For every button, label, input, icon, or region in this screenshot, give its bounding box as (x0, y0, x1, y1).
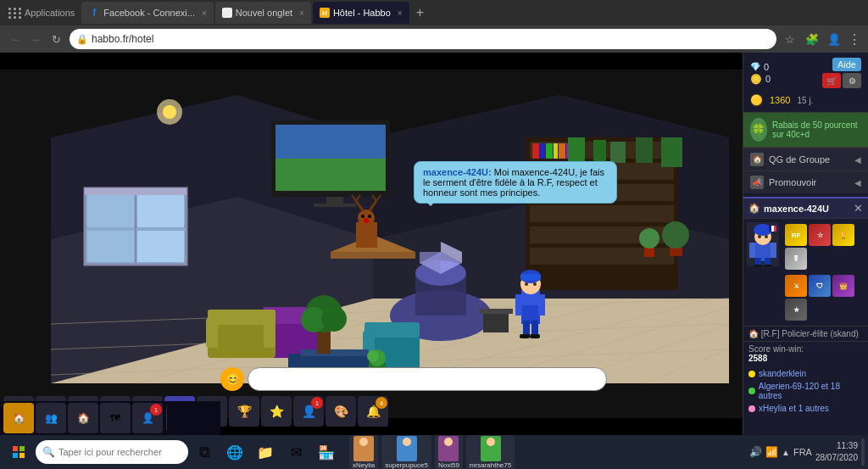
battery-icon: ▲ (782, 448, 790, 457)
tab-new[interactable]: Nouvel onglet × (215, 2, 311, 24)
emoji-button[interactable]: 😊 (220, 367, 244, 391)
tb-room1[interactable]: 🏠 (3, 403, 34, 433)
windows-search[interactable]: 🔍 (36, 440, 188, 464)
taskbar-bell[interactable]: 🔔 4 (358, 396, 388, 427)
svg-rect-49 (593, 140, 606, 164)
show-desktop[interactable] (861, 438, 865, 466)
svg-rect-122 (771, 226, 774, 232)
win-store[interactable]: 🏪 (312, 438, 341, 466)
char-btn-3[interactable]: Noxi59 (435, 435, 463, 470)
svg-rect-105 (530, 334, 540, 338)
taskbar-separator (166, 406, 167, 430)
badge-row-2: ⚔ 🛡 👑 ★ (782, 273, 865, 322)
habbo-favicon: H (320, 8, 330, 18)
score-value: 2588 (748, 354, 767, 363)
svg-rect-123 (774, 226, 776, 232)
search-icon: 🔍 (42, 446, 55, 458)
svg-rect-40 (546, 143, 553, 159)
tb-room3[interactable]: 🏠 (68, 403, 98, 433)
taskbar-palette[interactable]: 🎨 (326, 396, 356, 427)
bookmark-icon[interactable]: ☆ (782, 33, 798, 46)
tab-new-close[interactable]: × (299, 8, 304, 18)
taskbar-user[interactable]: 👤 1 (293, 396, 324, 427)
tab-habbo-close[interactable]: × (398, 8, 403, 18)
network-icon[interactable]: 📶 (765, 446, 778, 458)
coins-row: 🪙 0 (750, 74, 771, 85)
nav-hq-arrow: ◀ (854, 155, 861, 165)
char-btn-1[interactable]: xNeylia (349, 435, 378, 470)
friend-dot-2 (748, 388, 755, 394)
sys-icons: 🔊 📶 ▲ (749, 446, 790, 458)
char-name-2: superpupuce5 (385, 461, 428, 469)
tab-facebook[interactable]: f Facebook - Connexi... × (81, 2, 213, 24)
tab-habbo-label: Hôtel - Habbo (333, 8, 391, 18)
search-input[interactable] (58, 447, 181, 457)
profile-header: 🏠 maxence-424U ✕ (743, 198, 868, 219)
profile-name-row: 🏠 maxence-424U (748, 203, 829, 214)
score-label: Score win-win: (748, 344, 804, 354)
volume-icon[interactable]: 🔊 (749, 446, 762, 458)
win-edge[interactable]: 🌐 (220, 438, 249, 466)
action-buttons: Aide 🛒 ⚙ (822, 58, 861, 88)
nav-promote-arrow: ◀ (854, 178, 861, 187)
taskbar-star[interactable]: ⭐ (261, 396, 292, 427)
clock[interactable]: 11:39 28/07/2020 (815, 440, 858, 464)
win-explorer[interactable]: 📁 (251, 438, 280, 466)
tab-habbo[interactable]: H Hôtel - Habbo × (313, 2, 409, 24)
account-icon[interactable]: 👤 (826, 33, 843, 46)
svg-rect-21 (87, 195, 134, 227)
nav-promote[interactable]: 📣 Promouvoir ◀ (743, 170, 868, 193)
tb-room4[interactable]: 🗺 (100, 403, 131, 433)
hq-icon: 🏠 (750, 153, 764, 166)
menu-icon[interactable]: ⋮ (848, 31, 861, 47)
panel-controls-row: 💎 0 🪙 0 Aide 🛒 ⚙ (747, 56, 865, 90)
discount-icon: 🍀 (750, 118, 767, 142)
nav-item-left-hq: 🏠 QG de Groupe (750, 153, 830, 166)
tb-room5[interactable]: 👤 1 (132, 403, 163, 433)
svg-rect-46 (636, 137, 653, 163)
tab-new-label: Nouvel onglet (236, 8, 292, 18)
friend-name-1: skanderklein (759, 369, 806, 378)
char-btn-2[interactable]: superpupuce5 (381, 435, 431, 470)
tb-room2[interactable]: 👥 (36, 403, 66, 433)
reload-button[interactable]: ↻ (47, 31, 64, 47)
apps-button[interactable]: Applications (3, 8, 80, 19)
profile-avatars: RF ☆ 🏆 🎖 ⚔ 🛡 👑 ★ (743, 219, 868, 326)
forward-button[interactable]: → (27, 31, 44, 47)
char-name-4: mrsarahthe75 (470, 461, 511, 469)
new-tab-button[interactable]: + (411, 5, 429, 20)
start-button[interactable] (3, 437, 34, 467)
game-area[interactable]: maxence-424U: Moi maxence-424U, je fais … (0, 53, 743, 435)
extensions-icon[interactable]: 🧩 (804, 33, 821, 46)
svg-rect-47 (661, 137, 682, 167)
shop-button[interactable]: 🛒 (822, 73, 841, 88)
tab-facebook-close[interactable]: × (202, 8, 207, 18)
address-bar[interactable]: 🔒 habbo.fr/hotel (70, 29, 776, 49)
badge-row-1: RF ☆ 🏆 🎖 (782, 222, 865, 271)
taskview-button[interactable]: ⧉ (190, 438, 219, 466)
help-button[interactable]: Aide (832, 58, 861, 71)
svg-rect-85 (301, 349, 369, 356)
badge-4: 🎖 (785, 248, 807, 270)
svg-rect-23 (87, 231, 134, 262)
nav-hq-label: QG de Groupe (769, 154, 830, 165)
date-display: 28/07/2020 (815, 452, 858, 464)
svg-point-117 (758, 235, 761, 238)
nav-group-hq[interactable]: 🏠 QG de Groupe ◀ (743, 148, 868, 170)
svg-rect-20 (85, 188, 186, 195)
svg-point-109 (163, 105, 176, 119)
chat-input[interactable] (248, 367, 607, 391)
badge-7: 👑 (832, 275, 854, 297)
profile-group: 🏠 [R.F] Policier-élite (skand) (743, 326, 868, 341)
windows-taskbar: 🔍 ⧉ 🌐 📁 ✉ 🏪 xNeylia superpupuce5 Noxi59 (0, 435, 868, 469)
char-btn-4[interactable]: mrsarahthe75 (466, 435, 515, 470)
language-indicator[interactable]: FRA (793, 447, 812, 457)
back-button[interactable]: ← (7, 31, 24, 47)
discount-banner[interactable]: 🍀 Rabais de 50 pourcent sur 40c+d (743, 112, 868, 148)
gear-button[interactable]: ⚙ (843, 73, 861, 88)
profile-close-button[interactable]: ✕ (854, 202, 863, 215)
taskbar-trophy[interactable]: 🏆 (229, 396, 259, 427)
win-mail[interactable]: ✉ (281, 438, 310, 466)
svg-rect-29 (326, 197, 343, 204)
friend-3: xHeylia et 1 autres (748, 402, 863, 415)
